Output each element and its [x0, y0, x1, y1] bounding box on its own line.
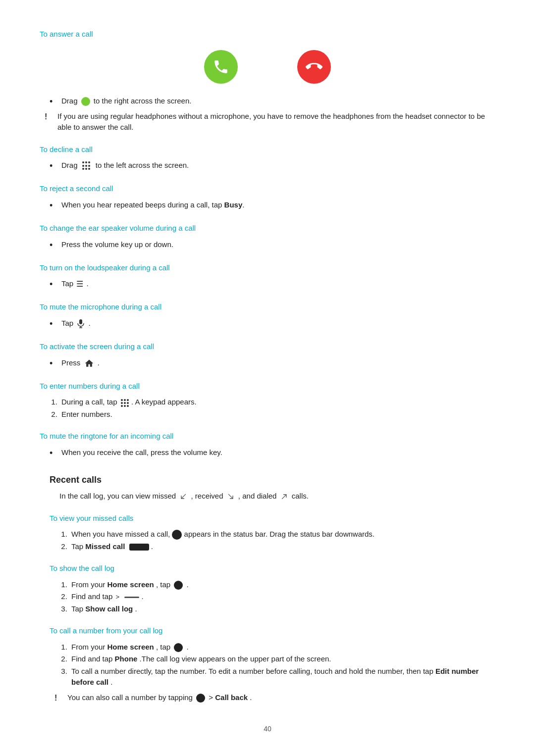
blurred-icon-4	[174, 643, 183, 652]
section-mute-mic: To mute the microphone during a call • T…	[40, 302, 495, 330]
enter-numbers-step-2: Enter numbers.	[59, 409, 495, 420]
show-log-step-2: Find and tap > .	[69, 591, 495, 603]
mute-mic-bullet-1: • Tap .	[50, 318, 495, 330]
keypad-icon-inline	[121, 399, 128, 406]
section-reject-second: To reject a second call • When you hear …	[40, 183, 495, 212]
decline-bullet-1: • Drag to the left across the screen.	[50, 160, 495, 172]
view-missed-step-1: When you have missed a call, appears in …	[69, 529, 495, 540]
section-ear-volume: To change the ear speaker volume during …	[40, 223, 495, 252]
green-phone-inline-icon	[81, 97, 90, 106]
heading-enter-numbers: To enter numbers during a call	[40, 381, 495, 392]
blurred-icon-5	[196, 694, 205, 703]
heading-loudspeaker: To turn on the loudspeaker during a call	[40, 262, 495, 274]
recent-calls-intro: In the call log, you can view missed , r…	[59, 491, 495, 502]
heading-show-call-log: To show the call log	[50, 563, 495, 574]
section-mute-ringtone: To mute the ringtone for an incoming cal…	[40, 431, 495, 459]
show-log-step-1: From your Home screen , tap .	[69, 579, 495, 591]
show-call-log-list: From your Home screen , tap . Find and t…	[69, 579, 495, 615]
heading-mute-ringtone: To mute the ringtone for an incoming cal…	[40, 431, 495, 442]
reject-second-bullet-1: • When you hear repeated beeps during a …	[50, 200, 495, 212]
call-log-step-2: Find and tap Phone .The call log view ap…	[69, 654, 495, 665]
show-log-step-3: Tap Show call log .	[69, 604, 495, 615]
call-icons-container	[40, 50, 495, 84]
section-loudspeaker: To turn on the loudspeaker during a call…	[40, 262, 495, 291]
menu-icon-inline: ☰	[76, 278, 83, 290]
section-show-call-log: To show the call log From your Home scre…	[50, 563, 495, 614]
heading-recent-calls: Recent calls	[50, 473, 495, 487]
heading-view-missed: To view your missed calls	[50, 513, 495, 524]
home-icon-svg	[84, 358, 94, 368]
decline-phone-svg	[306, 58, 322, 75]
call-log-step-1: From your Home screen , tap .	[69, 642, 495, 653]
view-missed-list: When you have missed a call, appears in …	[69, 529, 495, 552]
heading-mute-mic: To mute the microphone during a call	[40, 302, 495, 313]
section-decline-call: To decline a call • Drag to the left acr…	[40, 144, 495, 173]
mute-ringtone-bullet-1: • When you receive the call, press the v…	[50, 447, 495, 459]
answer-bullet-1: • Drag to the right across the screen.	[50, 96, 495, 108]
answer-phone-svg	[213, 58, 229, 75]
decline-icon	[297, 50, 331, 84]
blurred-icon-1	[172, 530, 182, 540]
heading-call-from-log: To call a number from your call log	[50, 625, 495, 637]
section-activate-screen: To activate the screen during a call • P…	[40, 341, 495, 370]
dialed-call-icon	[280, 493, 288, 501]
section-view-missed: To view your missed calls When you have …	[50, 513, 495, 553]
call-from-log-note: ! You can also call a number by tapping …	[54, 692, 495, 704]
activate-screen-bullet-1: • Press .	[50, 357, 495, 370]
blurred-icon-2	[129, 544, 149, 551]
answer-icon	[204, 50, 238, 84]
heading-decline-call: To decline a call	[40, 144, 495, 155]
section-enter-numbers: To enter numbers during a call During a …	[40, 381, 495, 420]
svg-rect-0	[79, 319, 82, 324]
ear-volume-bullet-1: • Press the volume key up or down.	[50, 239, 495, 252]
section-answer-call: To answer a call • Drag to the right acr…	[40, 29, 495, 133]
loudspeaker-bullet-1: • Tap ☰ .	[50, 278, 495, 291]
heading-reject-second: To reject a second call	[40, 183, 495, 195]
received-call-icon	[227, 493, 235, 501]
missed-call-icon	[179, 493, 187, 501]
blurred-text-1	[124, 597, 139, 598]
view-missed-step-2: Tap Missed call .	[69, 541, 495, 553]
grid-icon-inline	[81, 161, 92, 170]
blurred-icon-3	[174, 581, 183, 590]
heading-activate-screen: To activate the screen during a call	[40, 341, 495, 353]
answer-note: ! If you are using regular headphones wi…	[45, 111, 495, 133]
section-call-from-log: To call a number from your call log From…	[50, 625, 495, 704]
mic-icon-svg	[77, 319, 85, 329]
section-recent-calls: Recent calls In the call log, you can vi…	[40, 473, 495, 704]
enter-numbers-step-1: During a call, tap . A keypad appears.	[59, 397, 495, 408]
heading-answer-call: To answer a call	[40, 29, 495, 40]
page-number: 40	[40, 724, 495, 734]
heading-ear-volume: To change the ear speaker volume during …	[40, 223, 495, 234]
enter-numbers-list: During a call, tap . A keypad appears. E…	[59, 397, 495, 420]
call-log-step-3: To call a number directly, tap the numbe…	[69, 666, 495, 688]
call-from-log-list: From your Home screen , tap . Find and t…	[69, 642, 495, 688]
